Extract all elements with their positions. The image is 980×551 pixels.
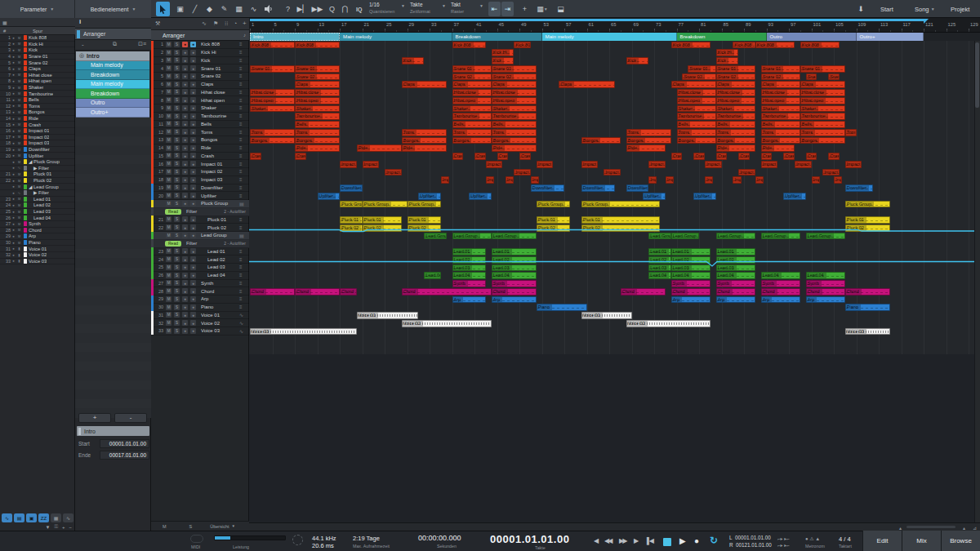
clip-lead-group[interactable]: Lead Group (424, 233, 447, 240)
clip-toms[interactable]: Toms (716, 129, 755, 136)
timeline-section-outro[interactable]: Outro (767, 33, 857, 41)
inspector-row-kick-808[interactable]: 1●ᴍKick 808 (0, 35, 75, 42)
track-row-claps[interactable]: 6MS●●Claps≡ (151, 81, 249, 89)
solo-button[interactable]: S (174, 121, 180, 127)
record-arm-button[interactable]: ● (182, 216, 188, 222)
clip-snare-02[interactable]: Snare 02 (295, 73, 340, 81)
clip-claps[interactable]: Claps (452, 81, 492, 88)
link-icon[interactable]: ⧉ (113, 41, 117, 47)
monitor-button[interactable]: ● (190, 248, 196, 254)
clip-hihat-close[interactable]: Hihat close (492, 89, 537, 96)
clip-downfilter[interactable]: Downfilter (531, 184, 564, 192)
solo-button[interactable]: S (174, 233, 180, 238)
bedienelement-panel-header[interactable]: Bedienelement▼ (75, 0, 151, 18)
solo-button[interactable]: S (174, 97, 180, 103)
clip-impact-02[interactable]: Impact 02 (738, 169, 755, 176)
clip-pluck-02[interactable]: Pluck 02 (363, 224, 402, 232)
clip-arp[interactable]: Arp (761, 296, 800, 304)
download-icon[interactable]: ⬇ (854, 2, 867, 16)
automation-icon[interactable]: ≡ (239, 257, 249, 262)
clip-impact-02[interactable]: Impact 02 (514, 169, 531, 176)
track-row-lead-group[interactable]: MS●●Lead Group▤ (151, 232, 249, 240)
mute-button[interactable]: M (166, 153, 172, 158)
automation-icon[interactable]: ≡ (239, 50, 249, 55)
grid-view-icon[interactable]: ▦ (2, 20, 7, 25)
clip-impact-01[interactable]: Impact 01 (705, 161, 722, 168)
clip-pluck-01[interactable]: Pluck 01 (537, 216, 570, 224)
return-to-start-button[interactable]: ▐◀ (644, 537, 654, 544)
loop-button[interactable]: ↻ (710, 535, 718, 546)
scrollbar-thumb[interactable] (975, 42, 979, 108)
clip-impact-01[interactable]: Impact 01 (648, 161, 666, 168)
automation-icon[interactable]: ≡ (239, 42, 249, 47)
clip-kick-808[interactable]: Kick 808 (514, 42, 531, 49)
clip-lead-group[interactable]: Lead Group (761, 233, 800, 240)
clip-bells[interactable]: Bells (800, 121, 845, 128)
solo-button[interactable]: S (174, 42, 180, 47)
clip-snare-01[interactable]: Snare 01 (295, 65, 340, 73)
track-row-downfilter[interactable]: 19MS●●Downfilter≡ (151, 184, 249, 193)
clip-lead-group[interactable]: Lead Group (806, 233, 845, 240)
waveform-icon[interactable]: ∿ (239, 320, 249, 326)
wrench-icon[interactable]: ⚒ (155, 20, 160, 27)
automation-icon[interactable]: ≡ (239, 82, 249, 87)
automation-icon[interactable]: ≡ (239, 90, 249, 95)
clip-downfilter[interactable]: Downfilter (845, 184, 873, 192)
clip-impact-02[interactable]: Impact 02 (604, 169, 621, 176)
clip-pluck-group[interactable]: Pluck Group (340, 201, 363, 208)
automation-icon[interactable]: ▤ (239, 233, 249, 238)
clip-impact-01[interactable]: Impact 01 (537, 161, 554, 168)
arranger-section-item-intro[interactable]: ◎ Intro (76, 51, 149, 61)
automation-icon[interactable]: ≡ (239, 130, 249, 135)
clip-snare-01[interactable]: Snare 01 (688, 65, 715, 73)
clip-bells[interactable]: Bells (761, 121, 800, 128)
automation-icon[interactable]: ≡ (239, 273, 249, 278)
bend-tool-button[interactable]: ∿ (247, 2, 261, 16)
automation-icon[interactable]: ≡ (239, 264, 249, 269)
timeline-section-breakdown[interactable]: Breakdown (677, 33, 767, 41)
track-row-impact-01[interactable]: 16MS●●Impact 01≡ (151, 160, 249, 168)
clip-impact-03[interactable]: Impact 03 (666, 176, 674, 184)
mute-button[interactable]: M (166, 65, 172, 71)
inspector-row-ride[interactable]: 14●ᴍRide (0, 116, 75, 122)
clip-toms[interactable]: Toms (452, 129, 492, 136)
clip-hihat-open[interactable]: Hihat open (295, 97, 340, 104)
track-row-arp[interactable]: 29MS●●Arp≡ (151, 295, 249, 304)
clip-tambourine[interactable]: Tambourine (452, 113, 492, 120)
help-tool-button[interactable]: ? (281, 2, 295, 16)
clip-tambourine[interactable]: Tambourine (492, 113, 537, 120)
monitor-button[interactable]: ● (190, 113, 196, 119)
automation-icon[interactable]: ≡ (239, 73, 249, 78)
clip-pluck-02[interactable]: Pluck 02 (408, 224, 441, 232)
clock-icon[interactable]: ◔ (234, 20, 237, 26)
clip-lead-02[interactable]: Lead 02 (452, 256, 486, 264)
monitor-button[interactable]: ● (190, 169, 196, 175)
clip-crash[interactable]: Crash (828, 153, 840, 160)
timeline-section-outro-[interactable]: Outro+ (857, 33, 924, 41)
inspector-row-upfilter[interactable]: 20●ᴍUpfilter (0, 153, 75, 159)
clip-snare-01[interactable]: Snare 01 (250, 65, 295, 73)
arranger-section-item-outro-[interactable]: Outro+ (76, 108, 149, 118)
clip-hihat-close[interactable]: Hihat close (800, 89, 845, 96)
clip-pluck-group[interactable]: Pluck Group (363, 201, 408, 208)
clip-bongos[interactable]: Bongos (761, 137, 800, 144)
bars-beats-value[interactable]: 00001.01.01.00 (490, 534, 569, 545)
arranger-tab[interactable]: Arranger (75, 29, 151, 40)
track-row-bongos[interactable]: 13MS●●Bongos≡ (151, 136, 249, 144)
monitor-button[interactable]: ● (190, 65, 196, 71)
monitor-button[interactable]: ● (190, 312, 196, 318)
track-row-shaker[interactable]: 9MS●●Shaker≡ (151, 104, 249, 113)
clip-crash[interactable]: Crash (761, 153, 773, 160)
clip-lead-01[interactable]: Lead 01 (648, 248, 671, 256)
clip-impact-03[interactable]: Impact 03 (441, 176, 449, 184)
clip-kick-808[interactable]: Kick 808 (671, 42, 710, 49)
clip-chord[interactable]: Chord (295, 288, 340, 295)
lock-icon[interactable]: ⚿ (54, 524, 58, 530)
automation-icon[interactable]: ≡ (239, 249, 249, 254)
track-row-piano[interactable]: 30MS●●Piano≡ (151, 304, 249, 312)
arrow-tool-button[interactable] (156, 2, 170, 16)
solo-button[interactable]: S (174, 280, 180, 286)
solo-all-button[interactable]: S (189, 524, 193, 529)
inspector-row-pluck-01[interactable]: 21●ᴍPluck 01 (0, 171, 75, 178)
monitor-button[interactable]: ● (190, 184, 196, 190)
